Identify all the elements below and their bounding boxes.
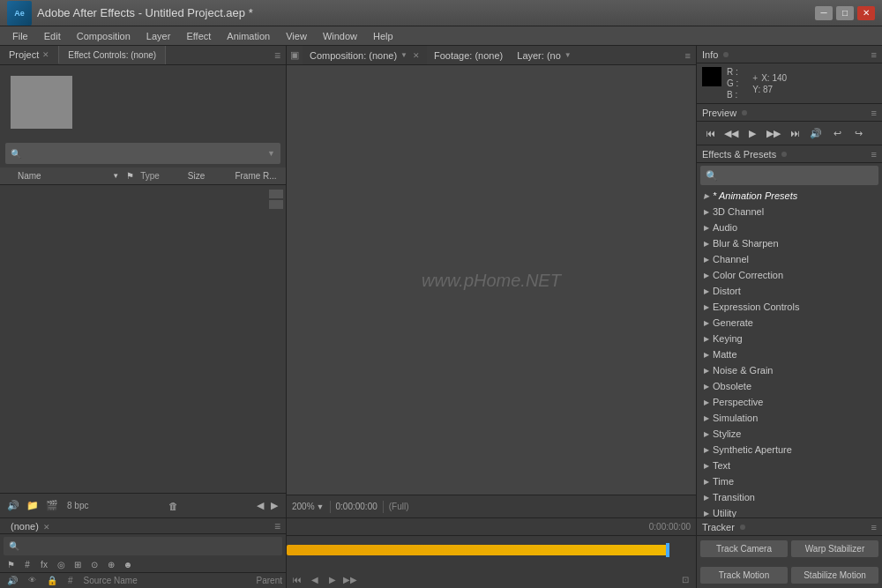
minimize-button[interactable]: ─	[815, 6, 833, 20]
close-project-tab[interactable]: ✕	[42, 50, 49, 59]
zoom-control[interactable]: 200% ▼	[292, 502, 325, 511]
preview-loop-back-button[interactable]: ↩	[829, 125, 845, 141]
stabilize-motion-button[interactable]: Stabilize Motion	[791, 567, 878, 584]
timeline-tabs: (none) ✕ ≡	[0, 518, 286, 534]
tl-icon-5[interactable]: ⊞	[71, 558, 85, 572]
tracker-close-btn[interactable]	[740, 525, 745, 530]
effect-label-11: Noise & Grain	[713, 365, 773, 376]
effect-item-19[interactable]: ▶Transition	[697, 489, 882, 505]
effects-close-btn[interactable]	[781, 152, 787, 157]
scroll-left-button[interactable]: ◀	[254, 500, 266, 511]
tl-icon-3[interactable]: fx	[37, 558, 51, 572]
timeline-search-input[interactable]	[23, 541, 277, 551]
effect-item-14[interactable]: ▶Simulation	[697, 410, 882, 426]
effect-item-20[interactable]: ▶Utility	[697, 505, 882, 517]
col-frame: Frame R...	[235, 171, 282, 181]
timeline-ctrl-3[interactable]: ▶	[325, 572, 340, 586]
tab-project[interactable]: Project ✕	[0, 46, 59, 64]
layer-dropdown-icon[interactable]: ▼	[564, 51, 572, 59]
effect-item-13[interactable]: ▶Perspective	[697, 394, 882, 410]
menu-file[interactable]: File	[5, 29, 35, 43]
center-panel-menu[interactable]: ≡	[680, 46, 696, 64]
comp-dropdown-icon[interactable]: ▼	[400, 51, 407, 59]
preview-close-btn[interactable]	[742, 110, 747, 115]
panel-menu-button[interactable]: ≡	[269, 46, 286, 64]
timeline-tab-none[interactable]: (none) ✕	[5, 520, 56, 532]
menu-edit[interactable]: Edit	[37, 29, 68, 43]
timeline-ctrl-2[interactable]: ◀	[308, 572, 322, 586]
tl-icon-2[interactable]: #	[20, 558, 34, 572]
maximize-button[interactable]: □	[836, 6, 854, 20]
effect-item-17[interactable]: ▶Text	[697, 458, 882, 473]
menu-animation[interactable]: Animation	[220, 29, 277, 43]
preview-loop-forward-button[interactable]: ↪	[850, 125, 866, 141]
effect-item-15[interactable]: ▶Stylize	[697, 426, 882, 442]
preview-audio-button[interactable]: 🔊	[808, 125, 824, 141]
effect-item-1[interactable]: ▶3D Channel	[697, 204, 882, 220]
tab-layer[interactable]: Layer: (no ▼	[510, 46, 578, 64]
trash-icon[interactable]: 🗑	[165, 498, 181, 514]
preview-play-button[interactable]: ▶	[744, 125, 760, 141]
track-camera-button[interactable]: Track Camera	[700, 540, 788, 557]
effect-item-5[interactable]: ▶Color Correction	[697, 267, 882, 283]
effect-item-8[interactable]: ▶Generate	[697, 315, 882, 331]
tl-icon-4[interactable]: ◎	[54, 558, 68, 572]
effect-item-11[interactable]: ▶Noise & Grain	[697, 362, 882, 378]
effect-label-3: Blur & Sharpen	[713, 238, 779, 249]
menu-layer[interactable]: Layer	[139, 29, 178, 43]
effects-panel-menu[interactable]: ≡	[871, 149, 877, 160]
quality-indicator[interactable]: (Full)	[389, 502, 409, 511]
effects-search-input[interactable]	[721, 170, 873, 181]
menu-effect[interactable]: Effect	[179, 29, 218, 43]
menu-composition[interactable]: Composition	[70, 29, 138, 43]
info-panel-menu[interactable]: ≡	[871, 49, 877, 60]
scroll-right-button[interactable]: ▶	[268, 500, 280, 511]
close-timeline-tab[interactable]: ✕	[43, 523, 50, 532]
effect-item-12[interactable]: ▶Obsolete	[697, 378, 882, 394]
tl-icon-7[interactable]: ⊕	[104, 558, 118, 572]
track-motion-button[interactable]: Track Motion	[700, 567, 788, 584]
menu-window[interactable]: Window	[316, 29, 364, 43]
close-button[interactable]: ✕	[857, 6, 875, 20]
preview-panel-menu[interactable]: ≡	[871, 108, 877, 118]
composition-icon[interactable]: 🎬	[44, 498, 60, 514]
menu-view[interactable]: View	[279, 29, 314, 43]
effect-item-0[interactable]: ▶* Animation Presets	[697, 188, 882, 204]
zoom-dropdown[interactable]: ▼	[317, 502, 325, 511]
tracker-menu[interactable]: ≡	[871, 522, 877, 532]
preview-rewind-button[interactable]: ◀◀	[723, 125, 739, 141]
scroll-up-icon[interactable]	[269, 190, 283, 198]
effect-item-3[interactable]: ▶Blur & Sharpen	[697, 235, 882, 251]
effect-item-16[interactable]: ▶Synthetic Aperture	[697, 442, 882, 458]
timeline-playhead[interactable]	[666, 543, 669, 557]
tab-effect-controls[interactable]: Effect Controls: (none)	[59, 46, 166, 64]
preview-first-button[interactable]: ⏮	[702, 125, 718, 141]
info-close-btn[interactable]	[723, 52, 729, 57]
tab-composition[interactable]: Composition: (none) ▼ ✕	[303, 46, 427, 64]
effect-item-9[interactable]: ▶Keying	[697, 331, 882, 346]
effect-item-10[interactable]: ▶Matte	[697, 346, 882, 362]
timeline-work-area-bar[interactable]	[287, 545, 669, 555]
timeline-ctrl-4[interactable]: ▶▶	[343, 572, 357, 586]
menu-help[interactable]: Help	[366, 29, 400, 43]
preview-forward-button[interactable]: ▶▶	[766, 125, 781, 141]
tl-icon-6[interactable]: ⊙	[87, 558, 101, 572]
close-comp-tab[interactable]: ✕	[413, 51, 420, 60]
effect-item-7[interactable]: ▶Expression Controls	[697, 299, 882, 315]
effect-item-6[interactable]: ▶Distort	[697, 283, 882, 299]
timeline-panel-menu[interactable]: ≡	[274, 520, 280, 532]
timeline-ctrl-5[interactable]: ⊡	[678, 572, 692, 586]
timeline-ctrl-1[interactable]: ⏮	[290, 572, 304, 586]
tl-icon-8[interactable]: ☻	[121, 558, 135, 572]
project-search-input[interactable]	[25, 148, 264, 159]
effect-item-4[interactable]: ▶Channel	[697, 251, 882, 267]
scroll-more-icon[interactable]	[269, 200, 283, 209]
search-dropdown-icon[interactable]: ▼	[267, 149, 275, 158]
effect-item-18[interactable]: ▶Time	[697, 473, 882, 489]
preview-last-button[interactable]: ⏭	[787, 125, 803, 141]
warp-stabilizer-button[interactable]: Warp Stabilizer	[791, 540, 878, 557]
folder-icon[interactable]: 📁	[25, 498, 41, 514]
tab-footage[interactable]: Footage: (none)	[427, 46, 510, 64]
tl-icon-1[interactable]: ⚑	[4, 558, 18, 572]
effect-item-2[interactable]: ▶Audio	[697, 220, 882, 235]
